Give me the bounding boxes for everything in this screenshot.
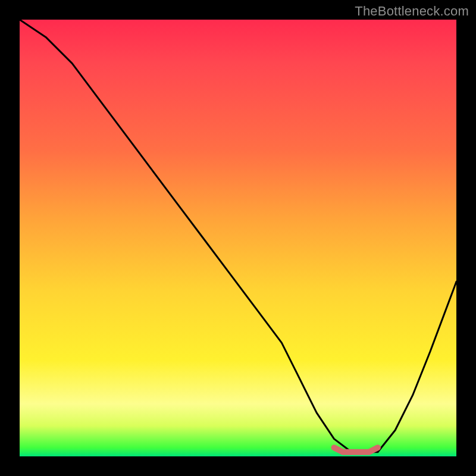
watermark-text: TheBottleneck.com	[355, 4, 469, 19]
optimal-range-marker	[334, 447, 378, 452]
plot-area	[20, 20, 456, 456]
bottleneck-curve	[20, 20, 456, 452]
curve-svg	[20, 20, 456, 456]
chart-frame: TheBottleneck.com	[0, 0, 476, 476]
